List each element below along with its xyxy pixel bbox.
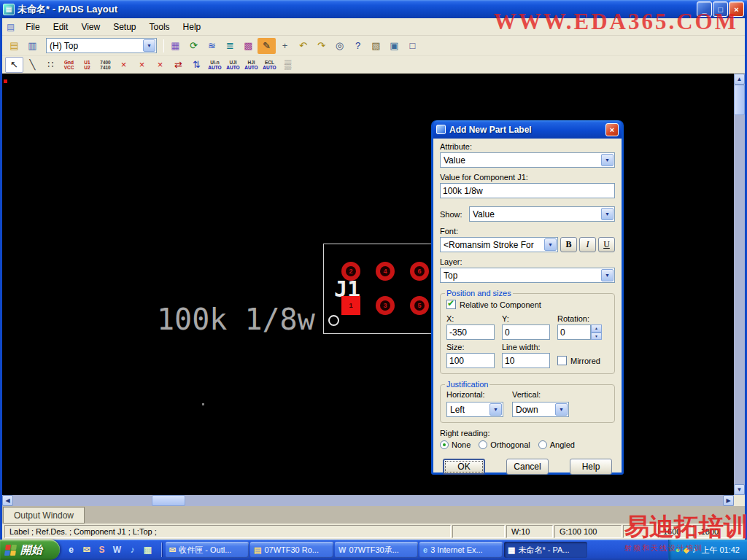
- save-icon[interactable]: ▥: [23, 38, 42, 54]
- dialog-close-button[interactable]: ×: [605, 123, 619, 136]
- menu-view[interactable]: View: [74, 20, 107, 34]
- italic-button[interactable]: I: [579, 237, 596, 252]
- quicklaunch-desktop[interactable]: ▦: [141, 543, 155, 557]
- pad-2[interactable]: 2: [341, 262, 360, 281]
- task-folder[interactable]: ▤ 07WTF30 Ro...: [250, 542, 333, 558]
- font-combo[interactable]: <Romansim Stroke For ▼: [440, 237, 558, 252]
- scroll-up-icon[interactable]: ▲: [734, 74, 745, 85]
- rotation-input[interactable]: [557, 324, 591, 340]
- auto-ecl-icon[interactable]: ECL AUTO: [260, 57, 279, 73]
- menu-file[interactable]: File: [19, 20, 46, 34]
- right-reading-angled-radio[interactable]: Angled: [538, 440, 575, 449]
- menu-tools[interactable]: Tools: [143, 20, 177, 34]
- pad-4[interactable]: 4: [376, 262, 395, 281]
- select-tool-icon[interactable]: ↖: [5, 57, 23, 73]
- vscroll-track[interactable]: [734, 85, 745, 484]
- nets-icon[interactable]: ≋: [203, 38, 221, 54]
- chevron-down-icon[interactable]: ▼: [601, 269, 614, 281]
- size-input[interactable]: [446, 353, 495, 368]
- line-tool-icon[interactable]: ╲: [23, 57, 42, 73]
- layers-icon[interactable]: ≣: [221, 38, 239, 54]
- cancel-button[interactable]: Cancel: [506, 459, 549, 475]
- chevron-down-icon[interactable]: ▼: [489, 403, 502, 416]
- menu-help[interactable]: Help: [177, 20, 208, 34]
- pad-3[interactable]: 3: [376, 296, 395, 315]
- help-button[interactable]: Help: [570, 459, 612, 475]
- task-ie[interactable]: e 3 Internet Ex...: [419, 542, 503, 558]
- quicklaunch-ie[interactable]: e: [64, 543, 78, 557]
- hscroll-track[interactable]: [13, 495, 723, 506]
- drafting-toolbar-icon[interactable]: ✎: [258, 38, 276, 54]
- vscroll-thumb[interactable]: [734, 85, 745, 115]
- delete-part-icon[interactable]: ×: [115, 57, 133, 73]
- attribute-combo[interactable]: Value ▼: [440, 152, 615, 168]
- cluster-tool-icon[interactable]: ∷: [42, 57, 60, 73]
- selection-filter-icon[interactable]: ▧: [367, 38, 385, 54]
- underline-button[interactable]: U: [598, 237, 615, 252]
- start-button[interactable]: 開始: [0, 540, 60, 560]
- value-input[interactable]: [440, 183, 615, 198]
- line-width-input[interactable]: [502, 353, 550, 368]
- delete-net-icon[interactable]: ×: [133, 57, 151, 73]
- quicklaunch-media[interactable]: ♪: [125, 543, 139, 557]
- menu-edit[interactable]: Edit: [47, 20, 75, 34]
- u1-u2-icon[interactable]: U1 U2: [78, 57, 96, 73]
- pcb-canvas[interactable]: J1 100k 1/8w 246135 ▲ ▼: [2, 74, 745, 495]
- quicklaunch-mail[interactable]: ✉: [80, 543, 93, 557]
- horizontal-scrollbar[interactable]: ◀ ▶: [2, 495, 745, 506]
- 7400-7410-icon[interactable]: 7400 7410: [96, 57, 115, 73]
- delete-pin-icon[interactable]: ×: [151, 57, 169, 73]
- rotation-spinner[interactable]: ▲ ▼: [591, 324, 602, 340]
- menu-setup[interactable]: Setup: [107, 20, 142, 34]
- quicklaunch-word[interactable]: W: [110, 543, 124, 557]
- new-window-icon[interactable]: □: [403, 38, 422, 54]
- chevron-down-icon[interactable]: ▼: [601, 208, 614, 220]
- swap-icon[interactable]: ⇄: [169, 57, 187, 73]
- relative-to-component-checkbox[interactable]: ✔: [446, 300, 456, 309]
- tab-output-window[interactable]: Output Window: [3, 507, 85, 524]
- scroll-left-icon[interactable]: ◀: [2, 495, 13, 506]
- open-icon[interactable]: ▤: [5, 38, 23, 54]
- x-input[interactable]: [446, 324, 495, 340]
- zoom-icon[interactable]: ◎: [330, 38, 349, 54]
- task-outlook[interactable]: ✉ 收件匣 - Outl...: [166, 542, 249, 558]
- auto-u-icon[interactable]: UJl AUTO: [224, 57, 242, 73]
- pad-5[interactable]: 5: [410, 296, 429, 315]
- layer-select-combo[interactable]: Top ▼: [440, 268, 615, 283]
- spin-down-icon[interactable]: ▼: [591, 332, 602, 341]
- spin-up-icon[interactable]: ▲: [591, 324, 602, 332]
- board-icon[interactable]: ▦: [166, 38, 185, 54]
- undo-icon[interactable]: ↶: [294, 38, 312, 54]
- auto-rename-icon[interactable]: Ul-n AUTO: [206, 57, 224, 73]
- layer-combo[interactable]: (H) Top ▼: [46, 38, 157, 53]
- redo-icon[interactable]: ↷: [312, 38, 330, 54]
- chevron-down-icon[interactable]: ▼: [555, 403, 568, 416]
- redraw-icon[interactable]: ⟳: [185, 38, 203, 54]
- scroll-right-icon[interactable]: ▶: [723, 495, 734, 506]
- chevron-down-icon[interactable]: ▼: [544, 238, 557, 251]
- chevron-down-icon[interactable]: ▼: [143, 39, 155, 52]
- ok-button[interactable]: OK: [443, 459, 485, 475]
- design-toolbar-icon[interactable]: +: [276, 38, 294, 54]
- tune-icon[interactable]: ⇅: [187, 57, 206, 73]
- ole-icon[interactable]: ▣: [385, 38, 403, 54]
- auto-h-icon[interactable]: HJl AUTO: [242, 57, 260, 73]
- task-pads[interactable]: ▦ 未命名* - PA...: [504, 542, 587, 558]
- task-word[interactable]: W 07WTF30承...: [335, 542, 418, 558]
- horizontal-combo[interactable]: Left ▼: [446, 402, 503, 417]
- y-input[interactable]: [502, 324, 550, 340]
- display-colors-icon[interactable]: ▩: [239, 38, 258, 54]
- chevron-down-icon[interactable]: ▼: [601, 154, 614, 166]
- vertical-scrollbar[interactable]: ▲ ▼: [734, 74, 745, 495]
- gnd-vcc-icon[interactable]: Gnd VCC: [60, 57, 78, 73]
- scroll-down-icon[interactable]: ▼: [734, 484, 745, 495]
- quicklaunch-sw[interactable]: S: [95, 543, 109, 557]
- dither-icon[interactable]: ▒: [279, 57, 297, 73]
- show-combo[interactable]: Value ▼: [469, 206, 615, 222]
- mirrored-checkbox[interactable]: [557, 356, 567, 365]
- pad-6[interactable]: 6: [410, 262, 429, 281]
- hscroll-thumb[interactable]: [152, 495, 185, 506]
- query-icon[interactable]: ?: [349, 38, 367, 54]
- vertical-combo[interactable]: Down ▼: [512, 402, 569, 417]
- bold-button[interactable]: B: [560, 237, 577, 252]
